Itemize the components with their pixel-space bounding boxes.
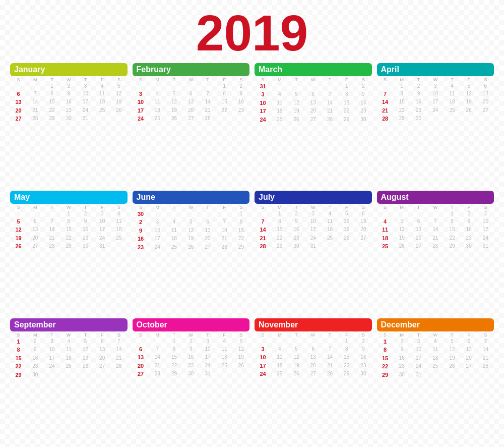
week-row: 13141516171819 (10, 98, 128, 106)
day-cell (444, 371, 460, 379)
day-cell: 3 (149, 218, 166, 226)
weeks: 3112345678910111213141516171819202122232… (255, 83, 372, 124)
day-cell: 19 (77, 355, 94, 362)
week-row: 262728293031 (10, 243, 128, 250)
day-cell: 15 (377, 355, 394, 362)
week-row: 891011121314 (377, 346, 494, 354)
week-row: 2425262728 (133, 115, 250, 123)
day-cell: 12 (444, 346, 460, 354)
day-header-label: S (110, 77, 127, 82)
week-row: 1234 (10, 210, 128, 217)
day-header-label: T (77, 205, 94, 210)
day-header-label: S (377, 205, 394, 210)
month-block-july: JulySMTWTFS12345678910111213141516171819… (255, 191, 372, 314)
day-headers: SMTWTFS (377, 205, 494, 210)
day-headers: SMTWTFS (255, 332, 372, 338)
day-cell: 19 (338, 226, 355, 234)
day-cell: 25 (216, 362, 233, 370)
day-cell: 31 (199, 370, 216, 378)
day-cell: 22 (338, 107, 355, 115)
day-cell: 9 (60, 90, 77, 98)
week-row: 1234567 (377, 338, 494, 346)
weeks: 1234567891011121314151617181920212223242… (255, 210, 372, 251)
week-row: 17181920212223 (133, 107, 250, 115)
day-cell: 16 (60, 98, 77, 106)
day-cell: 13 (182, 98, 199, 106)
day-cell: 17 (255, 107, 271, 115)
day-cell: 24 (427, 107, 444, 115)
day-cell: 25 (94, 107, 110, 115)
day-cell: 18 (216, 354, 233, 361)
day-header-label: T (166, 205, 182, 210)
day-header-label: W (305, 205, 322, 210)
day-cell: 23 (182, 362, 199, 370)
day-header-label: M (27, 205, 43, 210)
week-row: 13141516171819 (133, 354, 250, 361)
day-cell (133, 83, 149, 90)
week-row: 9101112131415 (133, 227, 250, 235)
day-cell: 31 (477, 243, 494, 250)
day-cell: 1 (10, 338, 27, 346)
day-cell: 30 (77, 243, 94, 250)
day-cell (110, 371, 127, 379)
day-cell: 26 (77, 363, 94, 370)
day-cell (27, 83, 43, 90)
month-header-november: November (255, 318, 372, 331)
weeks: 1234567891011121314151617181920212223242… (10, 83, 128, 123)
month-header-september: September (10, 318, 128, 331)
day-cell: 9 (288, 218, 304, 226)
week-row: 2930 (10, 371, 128, 379)
day-cell: 12 (394, 226, 410, 234)
day-cell (133, 338, 149, 345)
day-cell: 22 (377, 363, 394, 370)
week-row: 123456 (255, 210, 372, 217)
day-cell: 2 (394, 338, 410, 346)
day-cell: 2 (182, 338, 199, 345)
day-cell: 9 (233, 90, 249, 98)
week-row: 16171819202122 (133, 235, 250, 243)
day-cell: 17 (305, 226, 322, 234)
week-row: 2728293031 (10, 115, 128, 123)
day-cell: 28 (43, 243, 60, 250)
day-cell: 14 (216, 227, 233, 235)
day-cell: 23 (27, 363, 43, 370)
day-cell: 16 (355, 354, 371, 361)
day-cell: 5 (444, 338, 460, 346)
day-header-label: T (444, 205, 460, 210)
day-header-label: W (182, 332, 199, 338)
day-cell: 7 (322, 346, 338, 353)
day-cell: 20 (10, 107, 27, 115)
day-cell: 25 (427, 363, 444, 370)
day-cell: 2 (355, 338, 371, 345)
day-cell: 7 (322, 91, 338, 98)
day-cell (216, 115, 233, 123)
day-cell (338, 243, 355, 250)
day-cell: 18 (322, 226, 338, 234)
day-cell: 1 (233, 210, 249, 218)
day-cell (444, 115, 460, 123)
day-cell: 28 (322, 370, 338, 378)
day-header-label: F (338, 77, 355, 82)
week-row: 6789101112 (10, 90, 128, 98)
day-cell: 4 (94, 83, 110, 90)
day-cell: 15 (233, 227, 249, 235)
week-row: 3456789 (255, 91, 372, 98)
day-cell: 30 (288, 243, 304, 250)
week-row: 891011121314 (10, 346, 128, 354)
day-cell: 17 (255, 362, 271, 370)
day-cell: 16 (410, 98, 427, 106)
day-cell (288, 338, 304, 345)
day-cell: 11 (110, 218, 127, 226)
day-cell: 10 (94, 218, 110, 226)
day-cell: 19 (461, 98, 477, 106)
day-cell: 1 (444, 210, 460, 217)
week-row: 2728293031 (133, 370, 250, 378)
day-cell (149, 338, 166, 345)
month-block-august: AugustSMTWTFS123456789101112131415161718… (377, 191, 494, 314)
week-row: 19202122232425 (10, 235, 128, 242)
month-header-april: April (377, 63, 494, 76)
day-cell: 23 (355, 107, 371, 115)
month-header-august: August (377, 191, 494, 204)
day-header-label: T (199, 205, 216, 210)
day-cell: 29 (394, 115, 410, 123)
